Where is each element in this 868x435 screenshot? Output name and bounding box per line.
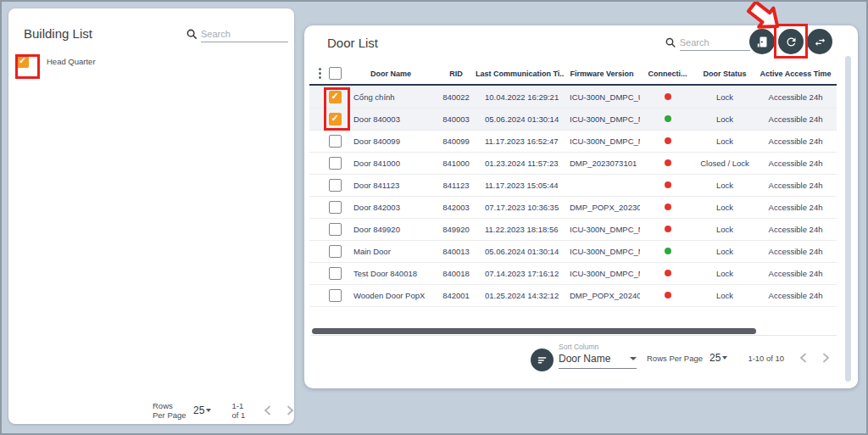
rid-cell: 849920: [437, 225, 476, 234]
last-communication-cell: 07.17.2023 10:36:35: [476, 203, 564, 212]
building-list-item[interactable]: Head Quarter: [16, 55, 96, 68]
rid-cell: 840022: [437, 92, 476, 102]
door-status-cell: Lock: [695, 181, 754, 190]
rid-cell: 840003: [437, 114, 476, 124]
firmware-cell: DMP_POPX_202306...: [564, 203, 640, 212]
door-status-cell: Lock: [695, 291, 754, 300]
table-row[interactable]: Door 849920 849920 11.22.2023 18:18:56 I…: [309, 218, 837, 240]
row-checkbox[interactable]: [329, 201, 342, 214]
table-row[interactable]: Door 842003 842003 07.17.2023 10:36:35 D…: [309, 196, 837, 218]
firmware-cell: ICU-300N_DMPC_N...: [564, 137, 640, 146]
connection-status-icon: [665, 226, 671, 232]
door-status-cell: Closed / Lock: [695, 159, 754, 168]
table-row[interactable]: Wooden Door PopX 842001 01.25.2024 14:32…: [309, 284, 837, 306]
door-name-cell[interactable]: Door 841123: [345, 181, 437, 190]
rid-cell: 841123: [437, 181, 476, 190]
next-page-button[interactable]: [822, 353, 830, 363]
table-row[interactable]: Door 840003 840003 05.06.2024 01:30:14 I…: [309, 108, 837, 130]
firmware-cell: ICU-300N_DMPC_N...: [564, 269, 640, 278]
connection-status-icon: [665, 181, 671, 188]
horizontal-scrollbar[interactable]: [312, 328, 756, 334]
row-checkbox[interactable]: [329, 135, 342, 148]
connection-status-icon: [665, 248, 671, 254]
column-header[interactable]: Firmware Version: [564, 70, 640, 78]
row-checkbox[interactable]: [329, 289, 342, 302]
door-status-button[interactable]: [749, 29, 775, 54]
row-checkbox[interactable]: [329, 245, 342, 258]
page-range: 1-1 of 1: [231, 401, 248, 420]
column-header[interactable]: RID: [437, 70, 476, 78]
door-status-cell: Lock: [695, 269, 754, 278]
active-access-time-cell: Accessible 24h: [754, 159, 837, 168]
table-row[interactable]: Door 841000 841000 01.23.2024 11:57:23 D…: [309, 152, 837, 174]
last-communication-cell: 05.06.2024 01:30:14: [476, 114, 564, 124]
last-communication-cell: 11.17.2023 16:52:47: [476, 137, 564, 146]
door-status-cell: Lock: [695, 225, 754, 234]
door-name-cell[interactable]: Main Door: [345, 247, 437, 256]
door-name-cell[interactable]: Wooden Door PopX: [345, 291, 437, 300]
rows-per-page-select[interactable]: 25: [193, 404, 211, 416]
rows-per-page-select[interactable]: 25: [709, 352, 727, 364]
rid-cell: 840013: [437, 247, 476, 256]
door-status-cell: Lock: [695, 247, 754, 256]
door-status-cell: Lock: [695, 92, 754, 102]
vertical-scrollbar[interactable]: [845, 56, 851, 382]
row-checkbox[interactable]: [329, 267, 342, 280]
building-checkbox[interactable]: [16, 55, 29, 68]
connection-status-icon: [665, 93, 671, 100]
column-header[interactable]: Door Status: [695, 70, 754, 78]
table-row[interactable]: Door 840099 840099 11.17.2023 16:52:47 I…: [309, 130, 837, 152]
door-table-body: Cổng chính 840022 10.04.2022 16:29:21 IC…: [309, 86, 837, 307]
previous-page-button[interactable]: [799, 353, 807, 363]
rows-per-page-label: Rows Per Page: [647, 354, 703, 363]
table-row[interactable]: Cổng chính 840022 10.04.2022 16:29:21 IC…: [309, 86, 837, 108]
building-list-panel: Building List Head Quarter Rows Per Page…: [8, 8, 294, 424]
previous-page-button[interactable]: [264, 405, 271, 415]
connection-status-icon: [665, 270, 671, 276]
row-checkbox[interactable]: [329, 223, 342, 236]
door-name-cell[interactable]: Door 849920: [345, 225, 437, 234]
row-checkbox[interactable]: [329, 113, 342, 125]
column-header[interactable]: Door Name: [345, 70, 437, 78]
connection-status-icon: [665, 204, 671, 210]
door-name-cell[interactable]: Test Door 840018: [345, 269, 437, 278]
search-icon: [186, 28, 197, 40]
column-menu-icon[interactable]: [309, 68, 325, 79]
firmware-cell: DMP_POPX_202401...: [564, 291, 640, 300]
transfer-button[interactable]: [807, 29, 832, 54]
door-table-header: Door NameRIDLast Communication Ti...Firm…: [309, 63, 837, 86]
sort-button[interactable]: [531, 349, 554, 371]
table-row[interactable]: Main Door 840013 05.06.2024 01:30:14 ICU…: [309, 240, 837, 262]
building-pagination: Rows Per Page 25 1-1 of 1: [153, 401, 294, 420]
active-access-time-cell: Accessible 24h: [754, 92, 837, 102]
chevron-down-icon: [630, 357, 637, 360]
door-list-panel: Door List Door NameRIDLast Communication…: [304, 25, 858, 388]
door-name-cell[interactable]: Door 841000: [345, 159, 437, 168]
rid-cell: 841000: [437, 159, 476, 168]
refresh-button[interactable]: [778, 29, 804, 54]
active-access-time-cell: Accessible 24h: [754, 269, 837, 278]
row-checkbox[interactable]: [329, 91, 342, 103]
door-search-input[interactable]: [680, 36, 750, 51]
active-access-time-cell: Accessible 24h: [754, 291, 837, 300]
column-header[interactable]: Active Access Time: [754, 70, 837, 78]
last-communication-cell: 11.22.2023 18:18:56: [476, 225, 564, 234]
door-name-cell[interactable]: Cổng chính: [345, 92, 437, 102]
building-search-input[interactable]: [201, 27, 288, 42]
building-label: Head Quarter: [47, 57, 96, 66]
table-row[interactable]: Test Door 840018 840018 07.14.2023 17:16…: [309, 262, 837, 284]
select-all-checkbox[interactable]: [329, 67, 342, 80]
row-checkbox[interactable]: [329, 179, 342, 192]
next-page-button[interactable]: [287, 405, 294, 415]
sort-column-select[interactable]: Door Name: [559, 353, 637, 369]
row-checkbox[interactable]: [329, 157, 342, 170]
column-header[interactable]: Connecti...: [640, 70, 695, 78]
door-name-cell[interactable]: Door 840099: [345, 137, 437, 146]
door-status-cell: Lock: [695, 203, 754, 212]
table-row[interactable]: Door 841123 841123 11.17.2023 15:05:44 L…: [309, 174, 837, 196]
firmware-cell: ICU-300N_DMPC_U...: [564, 92, 640, 102]
door-pagination: Rows Per Page 25 1-10 of 10: [647, 352, 830, 364]
door-name-cell[interactable]: Door 842003: [345, 203, 437, 212]
door-name-cell[interactable]: Door 840003: [345, 114, 437, 124]
column-header[interactable]: Last Communication Ti...: [476, 70, 564, 78]
